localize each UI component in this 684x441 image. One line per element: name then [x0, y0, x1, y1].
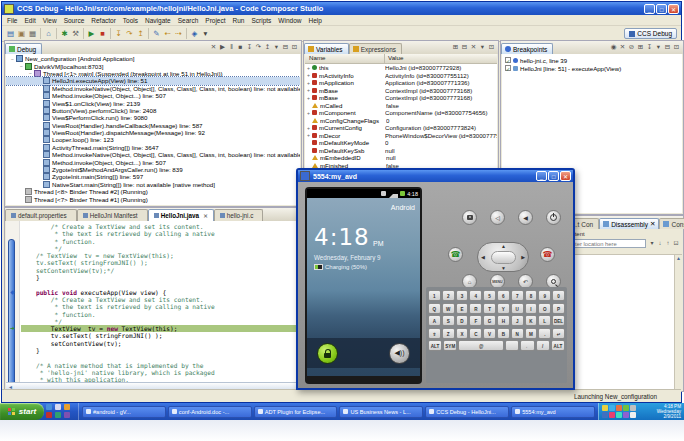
editor-tab[interactable]: default.properties	[5, 209, 77, 221]
breakpoints-toolbar-icon[interactable]: ⊟	[663, 42, 672, 52]
keyboard-key[interactable]: X	[456, 328, 469, 339]
toolbar-icon[interactable]: ▣	[16, 28, 27, 39]
keyboard-key[interactable]: 6	[497, 290, 510, 301]
debug-stack-frame[interactable]: Method.invokeNative(Object, Object[], Cl…	[6, 151, 300, 158]
emulator-close-button[interactable]: ✕	[560, 171, 571, 181]
debug-toolbar-icon[interactable]: ↧	[245, 42, 254, 52]
debug-stack-frame[interactable]: − Thread [<1> main] (Suspended (breakpoi…	[6, 70, 300, 77]
debug-stack-frame[interactable]: NativeStart.main(String[]) line: not ava…	[6, 181, 300, 188]
debug-stack-frame[interactable]: ViewRoot(Handler).dispatchMessage(Messag…	[6, 129, 300, 136]
tab-breakpoints[interactable]: Breakpoints	[501, 43, 553, 54]
dpad[interactable]: ▲ ▼ ◀ ▶	[477, 242, 529, 272]
tree-expander[interactable]: −	[27, 70, 34, 76]
debug-stack-frame[interactable]: Thread [<7> Binder Thread #1] (Running)	[6, 195, 300, 202]
quick-launch-icon[interactable]	[64, 404, 70, 410]
toolbar-icon[interactable]	[83, 28, 84, 39]
menu-item[interactable]: Window	[278, 17, 301, 24]
variable-row[interactable]: + this HelloJni (id=830007772928)	[305, 64, 497, 72]
toolbar-icon[interactable]: ⚒	[70, 28, 81, 39]
debug-toolbar-icon[interactable]: ■	[236, 42, 245, 52]
phone-lock-screen[interactable]: Android 4:18 PM Wednesday, February 9 Ch…	[307, 198, 420, 376]
keyboard-key[interactable]: C	[469, 328, 482, 339]
call-button[interactable]: ☎	[448, 247, 463, 262]
keyboard-key[interactable]: D	[456, 315, 469, 326]
breakpoints-toolbar-icon[interactable]: ⊘	[627, 42, 636, 52]
keyboard-key[interactable]: P	[552, 303, 565, 314]
keyboard-key[interactable]: R	[469, 303, 482, 314]
tab-disassembly[interactable]: Disassembly ✕	[599, 218, 659, 229]
end-call-button[interactable]: ☎	[540, 247, 555, 262]
menu-item[interactable]: Scripts	[251, 17, 271, 24]
close-button[interactable]: ✕	[668, 4, 679, 14]
perspective-ccs-debug-button[interactable]: CCS Debug	[624, 28, 677, 39]
variable-expander[interactable]: +	[305, 65, 312, 71]
taskbar-window-button[interactable]: 5554:my_avd	[511, 406, 595, 418]
keyboard-key[interactable]: J	[511, 315, 524, 326]
column-name[interactable]: Name	[305, 54, 385, 63]
toolbar-icon[interactable]: ▶	[86, 28, 97, 39]
unlock-icon[interactable]	[317, 343, 338, 364]
editor-tab[interactable]: HelloJni Manifest	[77, 209, 148, 221]
menu-item[interactable]: Edit	[24, 17, 35, 24]
debug-toolbar-icon[interactable]: ‖	[227, 42, 236, 52]
emulator-title-bar[interactable]: 5554:my_avd _ □ ✕	[298, 170, 573, 182]
start-button[interactable]: start	[0, 403, 44, 420]
menu-item[interactable]: Source	[64, 17, 85, 24]
tray-icon[interactable]	[616, 412, 622, 418]
toolbar-icon[interactable]	[186, 28, 187, 39]
emulator-maximize-button[interactable]: □	[548, 171, 559, 181]
debug-stack-frame[interactable]: ZygoteInit.main(String[]) line: 597	[6, 173, 300, 180]
keyboard-key[interactable]: K	[525, 315, 538, 326]
dpad-down-icon[interactable]: ▼	[501, 265, 506, 271]
minimize-button[interactable]: _	[644, 4, 655, 14]
keyboard-key[interactable]: 2	[442, 290, 455, 301]
variable-expander[interactable]: +	[305, 132, 312, 138]
tab-disassembly[interactable]: Console	[659, 218, 684, 229]
keyboard-key[interactable]: S	[442, 315, 455, 326]
toolbar-icon[interactable]: ↷	[124, 28, 135, 39]
variable-expander[interactable]: +	[305, 87, 312, 93]
quick-launch-icon[interactable]	[46, 412, 52, 418]
keyboard-key[interactable]: 7	[511, 290, 524, 301]
keyboard-key[interactable]: Y	[497, 303, 510, 314]
location-toolbar-icon[interactable]: ↑	[664, 239, 672, 248]
menu-item[interactable]: Project	[205, 17, 225, 24]
location-toolbar-icon[interactable]: ▾	[648, 239, 656, 248]
debug-stack-frame[interactable]: View$PerformClick.run() line: 9080	[6, 114, 300, 121]
tab-close-icon[interactable]: ✕	[650, 220, 655, 228]
dpad-left-icon[interactable]: ◀	[481, 254, 485, 260]
menu-item[interactable]: View	[43, 17, 57, 24]
debug-stack-frame[interactable]: − New_configuration [Android Application…	[6, 55, 300, 62]
variable-expander[interactable]: +	[305, 110, 312, 116]
menu-item[interactable]: Tools	[123, 17, 138, 24]
variable-expander[interactable]: +	[305, 95, 312, 101]
debug-toolbar-icon[interactable]: ↷	[254, 42, 263, 52]
debug-toolbar-icon[interactable]: ▶	[218, 42, 227, 52]
tray-icon[interactable]	[623, 405, 629, 411]
menu-item[interactable]: File	[7, 17, 17, 24]
debug-toolbar-icon[interactable]: ↥	[263, 42, 272, 52]
volume-down-button[interactable]: ◁	[490, 210, 505, 225]
debug-stack-frame[interactable]: Looper.loop() line: 123	[6, 136, 300, 143]
variable-row[interactable]: + mDecor PhoneWindow$DecorView (id=83000…	[305, 132, 497, 140]
debug-stack-frame[interactable]: Button(View).performClick() line: 2408	[6, 107, 300, 114]
keyboard-key[interactable]: B	[497, 328, 510, 339]
keyboard-key[interactable]: H	[497, 315, 510, 326]
keyboard-key[interactable]: 4	[469, 290, 482, 301]
variables-toolbar-icon[interactable]: ⊞	[451, 42, 460, 52]
toolbar-icon[interactable]: ⇢	[173, 28, 184, 39]
keyboard-key[interactable]: 1	[428, 290, 441, 301]
power-button[interactable]	[546, 210, 561, 225]
breakpoints-toolbar-icon[interactable]: ⊞	[636, 42, 645, 52]
keyboard-key[interactable]: E	[456, 303, 469, 314]
tray-icon[interactable]	[602, 412, 608, 418]
tray-clock[interactable]: 4:18 PMWednesday2/9/2011	[657, 404, 681, 419]
maximize-button[interactable]: □	[656, 4, 667, 14]
breakpoints-toolbar-icon[interactable]: ✕	[618, 42, 627, 52]
dpad-center-button[interactable]	[491, 251, 516, 264]
keyboard-key[interactable]: I	[525, 303, 538, 314]
tray-icon[interactable]	[609, 405, 615, 411]
tray-icon[interactable]	[616, 405, 622, 411]
quick-launch-icon[interactable]	[55, 412, 61, 418]
toolbar-icon[interactable]: ▾	[200, 28, 211, 39]
